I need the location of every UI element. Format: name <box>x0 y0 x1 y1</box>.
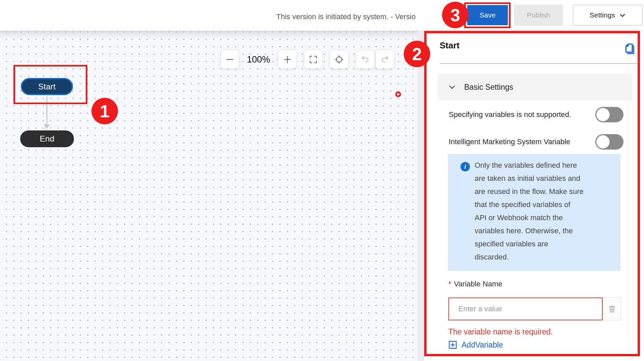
toggle-row-specify-variables: Specifying variables is not supported. <box>449 107 623 122</box>
basic-settings-section-header[interactable]: Basic Settings <box>438 74 632 101</box>
toggle-label: Specifying variables is not supported. <box>449 110 571 119</box>
toggle-knob <box>596 135 610 149</box>
plus-square-icon <box>448 340 457 350</box>
undo-button[interactable] <box>356 50 374 69</box>
fit-view-icon <box>309 55 318 64</box>
add-variable-label: AddVariable <box>461 340 503 350</box>
annotation-badge-1: 1 <box>91 98 118 124</box>
end-node-label: End <box>40 134 54 144</box>
plus-icon <box>283 55 292 64</box>
zoom-out-button[interactable] <box>221 50 239 69</box>
flow-editor-screen: This version is initiated by system. - V… <box>0 0 644 361</box>
edge-arrowhead-icon <box>44 124 50 129</box>
save-button[interactable]: Save <box>467 5 508 25</box>
toggle-label: Intelligent Marketing System Variable <box>449 137 570 146</box>
delete-variable-button[interactable] <box>603 297 621 320</box>
ims-variable-toggle[interactable] <box>595 134 623 150</box>
settings-label: Settings <box>590 11 615 19</box>
locate-button[interactable] <box>330 50 348 69</box>
toggle-row-ims-variable: Intelligent Marketing System Variable <box>449 134 623 150</box>
topbar: This version is initiated by system. - V… <box>0 0 644 31</box>
settings-button[interactable]: Settings <box>573 5 643 26</box>
info-banner: i Only the variables defined here are ta… <box>448 154 620 271</box>
chevron-down-icon <box>619 12 626 19</box>
undo-icon <box>361 55 370 64</box>
redo-button[interactable] <box>376 50 394 69</box>
start-node[interactable]: Start <box>21 78 73 95</box>
specify-variables-toggle[interactable] <box>595 107 623 122</box>
edge-start-end <box>46 96 47 125</box>
variable-name-input[interactable] <box>448 297 603 320</box>
canvas-edge-strip <box>417 31 424 361</box>
zoom-level-label: 100% <box>240 50 277 69</box>
chevron-down-icon <box>448 83 456 91</box>
zoom-in-button[interactable] <box>278 50 296 69</box>
version-status-text: This version is initiated by system. - V… <box>276 0 415 31</box>
locate-crosshair-icon <box>335 55 344 64</box>
canvas-top-shadow <box>0 31 424 39</box>
info-text: Only the variables defined here are take… <box>475 159 612 264</box>
toggle-knob <box>596 108 610 121</box>
info-icon: i <box>460 162 470 171</box>
copy-button[interactable] <box>622 42 638 57</box>
panel-title: Start <box>440 40 459 51</box>
add-variable-button[interactable]: AddVariable <box>448 340 503 350</box>
fit-view-button[interactable] <box>304 50 322 69</box>
variable-error-text: The variable name is required. <box>448 327 553 336</box>
publish-button[interactable]: Publish <box>514 5 563 26</box>
basic-settings-label: Basic Settings <box>464 83 513 92</box>
required-marker: * <box>448 280 451 288</box>
click-marker-dot <box>395 91 401 97</box>
redo-icon <box>380 55 390 64</box>
end-node[interactable]: End <box>20 130 74 147</box>
variable-name-label: *Variable Name <box>448 280 502 288</box>
start-node-label: Start <box>38 82 55 91</box>
minus-icon <box>226 55 234 64</box>
copy-pages-icon <box>623 42 637 56</box>
config-panel: Start Basic Settings Specifying variable… <box>424 31 644 361</box>
trash-icon <box>608 305 616 313</box>
panel-divider <box>440 63 638 64</box>
flow-canvas[interactable]: 100% Start <box>0 31 424 361</box>
